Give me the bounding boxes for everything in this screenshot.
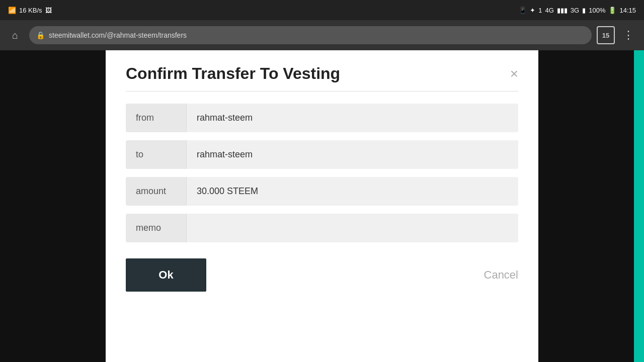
browser-menu-button[interactable]: ⋮ xyxy=(620,26,638,44)
memo-value xyxy=(186,214,518,242)
ok-button[interactable]: Ok xyxy=(126,258,206,292)
battery-icon: 🔋 xyxy=(608,7,616,14)
close-button[interactable]: × xyxy=(510,67,518,81)
status-right: 📱 ✦ 1 4G ▮▮▮ 3G ▮ 100% 🔋 14:15 xyxy=(519,7,636,14)
clock: 14:15 xyxy=(619,7,636,14)
data-speed: 16 KB/s xyxy=(19,7,42,14)
network-4g: 4G xyxy=(545,7,554,14)
from-value: rahmat-steem xyxy=(186,104,518,132)
to-field-row: to rahmat-steem xyxy=(126,140,518,169)
tabs-button[interactable]: 15 xyxy=(597,26,615,44)
amount-value: 30.000 STEEM xyxy=(186,177,518,206)
url-text: steemitwallet.com/@rahmat-steem/transfer… xyxy=(49,31,187,39)
status-left: 📶 16 KB/s 🖼 xyxy=(8,7,52,14)
signal-3g: ▮ xyxy=(582,7,586,14)
status-bar: 📶 16 KB/s 🖼 📱 ✦ 1 4G ▮▮▮ 3G ▮ 100% 🔋 14:… xyxy=(0,0,644,20)
tabs-count: 15 xyxy=(602,32,609,39)
teal-accent-border xyxy=(634,50,644,362)
menu-dots-icon: ⋮ xyxy=(623,29,635,42)
data-speed-icon: 📶 xyxy=(8,7,16,14)
home-button[interactable]: ⌂ xyxy=(6,26,24,44)
lock-icon: 🔒 xyxy=(36,31,45,39)
network-3g: 3G xyxy=(571,7,579,14)
sim-icon: 📱 xyxy=(519,7,527,14)
from-label: from xyxy=(126,104,186,132)
to-value: rahmat-steem xyxy=(186,140,518,169)
page-area: Confirm Transfer To Vesting × from rahma… xyxy=(0,50,644,362)
cancel-button[interactable]: Cancel xyxy=(484,268,518,282)
signal-bars: ▮▮▮ xyxy=(557,7,568,14)
dialog-actions: Ok Cancel xyxy=(126,258,518,292)
address-bar[interactable]: 🔒 steemitwallet.com/@rahmat-steem/transf… xyxy=(29,26,592,44)
from-field-row: from rahmat-steem xyxy=(126,104,518,132)
dialog-header: Confirm Transfer To Vesting × xyxy=(126,50,518,91)
amount-label: amount xyxy=(126,177,186,206)
home-icon: ⌂ xyxy=(12,30,18,41)
battery-percentage: 100% xyxy=(589,7,605,14)
amount-field-row: amount 30.000 STEEM xyxy=(126,177,518,206)
image-icon: 🖼 xyxy=(45,7,52,14)
dialog-divider xyxy=(126,91,518,92)
memo-field-row: memo xyxy=(126,214,518,242)
dialog-title: Confirm Transfer To Vesting xyxy=(126,64,340,83)
browser-chrome: ⌂ 🔒 steemitwallet.com/@rahmat-steem/tran… xyxy=(0,20,644,50)
to-label: to xyxy=(126,140,186,169)
bluetooth-icon: ✦ xyxy=(530,7,535,14)
sim1-indicator: 1 xyxy=(538,7,542,14)
memo-label: memo xyxy=(126,214,186,242)
confirm-transfer-dialog: Confirm Transfer To Vesting × from rahma… xyxy=(106,50,538,362)
